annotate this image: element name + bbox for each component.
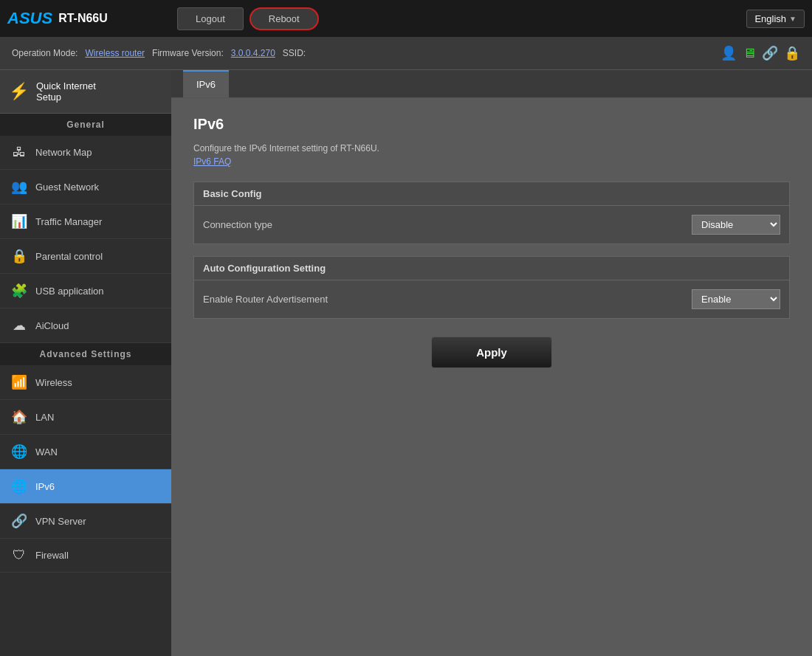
- usb-icon: 🧩: [10, 283, 28, 299]
- wireless-icon: 📶: [10, 374, 28, 390]
- chevron-down-icon: ▼: [789, 15, 796, 23]
- sidebar-item-wireless[interactable]: 📶 Wireless: [0, 365, 171, 400]
- reboot-button[interactable]: Reboot: [250, 7, 319, 30]
- connection-type-row: Connection type Disable Native Tunnel 6i…: [193, 205, 790, 244]
- router-ad-label: Enable Router Advertisement: [203, 294, 692, 305]
- connection-type-control: Disable Native Tunnel 6in4 PPTP: [692, 215, 780, 235]
- wan-icon: 🌐: [10, 443, 28, 460]
- sidebar-item-usb-application[interactable]: 🧩 USB application: [0, 274, 171, 308]
- monitor-icon: 🖥: [743, 46, 756, 61]
- auto-config-header: Auto Configuration Setting: [193, 256, 790, 280]
- page-title: IPv6: [193, 116, 790, 133]
- sidebar-item-label: WAN: [35, 446, 58, 458]
- aicloud-icon: ☁: [10, 317, 28, 334]
- sidebar-item-label: Firewall: [35, 550, 69, 561]
- statusbar: Operation Mode: Wireless router Firmware…: [0, 37, 812, 70]
- sidebar-item-label: LAN: [35, 412, 54, 423]
- connection-type-label: Connection type: [203, 219, 692, 230]
- router-ad-select[interactable]: Enable Disable: [692, 289, 780, 309]
- status-icons: 👤 🖥 🔗 🔒: [720, 45, 800, 61]
- basic-config-section: Basic Config Connection type Disable Nat…: [193, 182, 790, 244]
- sidebar-item-guest-network[interactable]: 👥 Guest Network: [0, 170, 171, 204]
- content-area: IPv6 IPv6 Configure the IPv6 Internet se…: [171, 70, 812, 656]
- sidebar-item-label: Traffic Manager: [35, 216, 102, 227]
- main-layout: ⚡ Quick InternetSetup General 🖧 Network …: [0, 70, 812, 656]
- page-description: Configure the IPv6 Internet setting of R…: [193, 143, 790, 153]
- setup-icon: ⚡: [9, 82, 29, 101]
- vpn-icon: 🔗: [10, 513, 28, 529]
- auto-config-section: Auto Configuration Setting Enable Router…: [193, 256, 790, 319]
- sidebar-item-aicloud[interactable]: ☁ AiCloud: [0, 308, 171, 343]
- network-map-icon: 🖧: [10, 145, 28, 160]
- lan-icon: 🏠: [10, 409, 28, 425]
- sidebar-item-label: Guest Network: [35, 182, 99, 193]
- parental-control-icon: 🔒: [10, 248, 28, 264]
- basic-config-header: Basic Config: [193, 182, 790, 205]
- sidebar-item-ipv6[interactable]: 🌐 IPv6: [0, 469, 171, 504]
- ipv6-icon: 🌐: [10, 478, 28, 494]
- advanced-section-header: Advanced Settings: [0, 343, 171, 365]
- operation-mode-label: Operation Mode:: [12, 48, 78, 58]
- firmware-label: Firmware Version:: [152, 48, 224, 58]
- content-inner: IPv6 Configure the IPv6 Internet setting…: [171, 98, 812, 386]
- user-icon: 👤: [720, 45, 737, 61]
- sidebar-item-label: Parental control: [35, 251, 103, 262]
- sidebar-item-label: Wireless: [35, 377, 72, 388]
- sidebar-item-network-map[interactable]: 🖧 Network Map: [0, 136, 171, 170]
- firewall-icon: 🛡: [10, 548, 28, 563]
- sidebar-item-label: VPN Server: [35, 516, 86, 527]
- connection-type-select[interactable]: Disable Native Tunnel 6in4 PPTP: [692, 215, 780, 235]
- sidebar-item-lan[interactable]: 🏠 LAN: [0, 400, 171, 435]
- guest-network-icon: 👥: [10, 179, 28, 195]
- sidebar-item-traffic-manager[interactable]: 📊 Traffic Manager: [0, 204, 171, 239]
- sidebar-item-firewall[interactable]: 🛡 Firewall: [0, 539, 171, 573]
- general-section-header: General: [0, 114, 171, 136]
- sidebar-item-label: Network Map: [35, 147, 92, 158]
- lock-icon: 🔒: [784, 45, 800, 61]
- tab-ipv6[interactable]: IPv6: [183, 70, 229, 97]
- ssid-label: SSID:: [283, 48, 306, 58]
- language-selector[interactable]: English ▼: [746, 10, 805, 28]
- language-label: English: [754, 13, 786, 24]
- logo-model: RT-N66U: [58, 12, 108, 25]
- top-buttons: Logout Reboot: [177, 7, 746, 30]
- operation-mode-value[interactable]: Wireless router: [85, 48, 145, 58]
- sidebar-item-label: AiCloud: [35, 320, 69, 331]
- router-ad-row: Enable Router Advertisement Enable Disab…: [193, 280, 790, 319]
- logout-button[interactable]: Logout: [177, 7, 244, 30]
- sidebar: ⚡ Quick InternetSetup General 🖧 Network …: [0, 70, 171, 656]
- sidebar-item-label: USB application: [35, 286, 104, 297]
- sidebar-item-vpn-server[interactable]: 🔗 VPN Server: [0, 504, 171, 539]
- logo-asus: ASUS: [7, 9, 52, 28]
- faq-link[interactable]: IPv6 FAQ: [193, 156, 790, 167]
- quick-internet-setup[interactable]: ⚡ Quick InternetSetup: [0, 70, 171, 114]
- traffic-manager-icon: 📊: [10, 213, 28, 229]
- network-icon: 🔗: [762, 45, 778, 61]
- logo-area: ASUS RT-N66U: [7, 9, 177, 28]
- apply-button[interactable]: Apply: [431, 336, 552, 368]
- sidebar-item-label: IPv6: [35, 481, 55, 492]
- quick-setup-label: Quick InternetSetup: [36, 80, 96, 103]
- router-ad-control: Enable Disable: [692, 289, 780, 309]
- tab-bar: IPv6: [171, 70, 812, 98]
- firmware-value[interactable]: 3.0.0.4.270: [231, 48, 275, 58]
- topbar: ASUS RT-N66U Logout Reboot English ▼: [0, 0, 812, 37]
- sidebar-item-parental-control[interactable]: 🔒 Parental control: [0, 239, 171, 274]
- sidebar-item-wan[interactable]: 🌐 WAN: [0, 435, 171, 469]
